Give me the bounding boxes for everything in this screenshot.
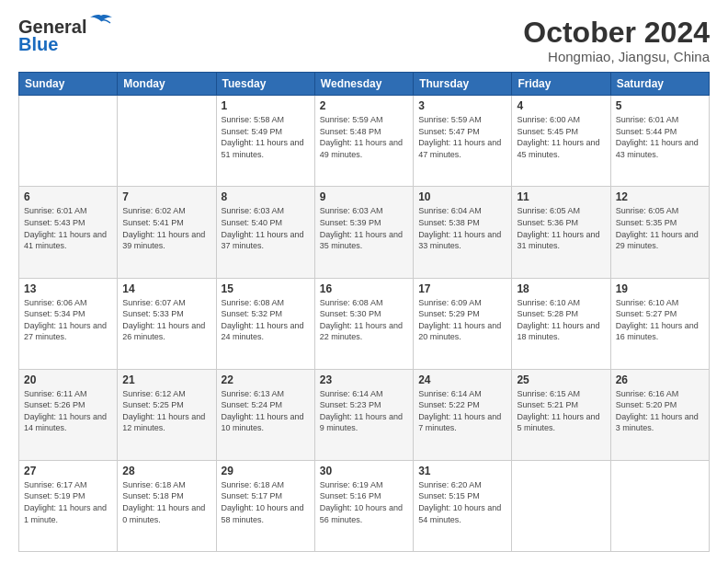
day-info: Sunrise: 6:11 AM Sunset: 5:26 PM Dayligh… — [24, 388, 112, 434]
day-number: 24 — [418, 373, 506, 386]
day-number: 11 — [517, 190, 605, 203]
day-number: 31 — [418, 465, 506, 477]
day-number: 12 — [616, 190, 704, 203]
day-info: Sunrise: 6:07 AM Sunset: 5:33 PM Dayligh… — [122, 297, 210, 343]
day-number: 28 — [122, 465, 210, 477]
header-monday: Monday — [118, 73, 216, 96]
table-row — [610, 460, 709, 551]
day-info: Sunrise: 6:05 AM Sunset: 5:35 PM Dayligh… — [616, 205, 704, 251]
table-row: 1Sunrise: 5:58 AM Sunset: 5:49 PM Daylig… — [216, 96, 314, 187]
table-row: 19Sunrise: 6:10 AM Sunset: 5:27 PM Dayli… — [610, 278, 709, 369]
day-info: Sunrise: 6:14 AM Sunset: 5:23 PM Dayligh… — [320, 388, 408, 434]
table-row: 30Sunrise: 6:19 AM Sunset: 5:16 PM Dayli… — [314, 460, 413, 551]
table-row: 25Sunrise: 6:15 AM Sunset: 5:21 PM Dayli… — [512, 369, 610, 460]
title-block: October 2024 Hongmiao, Jiangsu, China — [523, 17, 710, 64]
table-row: 23Sunrise: 6:14 AM Sunset: 5:23 PM Dayli… — [314, 369, 413, 460]
day-info: Sunrise: 6:00 AM Sunset: 5:45 PM Dayligh… — [517, 114, 605, 160]
day-number: 5 — [616, 99, 704, 112]
table-row: 21Sunrise: 6:12 AM Sunset: 5:25 PM Dayli… — [118, 369, 216, 460]
header-row: Sunday Monday Tuesday Wednesday Thursday… — [19, 73, 710, 96]
table-row: 10Sunrise: 6:04 AM Sunset: 5:38 PM Dayli… — [414, 187, 512, 278]
table-row: 17Sunrise: 6:09 AM Sunset: 5:29 PM Dayli… — [414, 278, 512, 369]
day-number: 20 — [24, 373, 112, 386]
day-info: Sunrise: 6:12 AM Sunset: 5:25 PM Dayligh… — [122, 388, 210, 434]
table-row: 26Sunrise: 6:16 AM Sunset: 5:20 PM Dayli… — [610, 369, 709, 460]
day-number: 3 — [418, 99, 506, 112]
day-number: 26 — [616, 373, 704, 386]
day-info: Sunrise: 6:02 AM Sunset: 5:41 PM Dayligh… — [122, 205, 210, 251]
day-number: 8 — [222, 190, 310, 203]
day-number: 4 — [517, 99, 605, 112]
table-row: 7Sunrise: 6:02 AM Sunset: 5:41 PM Daylig… — [118, 187, 216, 278]
header: General Blue October 2024 Hongmiao, Jian… — [18, 17, 710, 64]
day-info: Sunrise: 6:04 AM Sunset: 5:38 PM Dayligh… — [418, 205, 506, 251]
table-row: 13Sunrise: 6:06 AM Sunset: 5:34 PM Dayli… — [19, 278, 118, 369]
day-info: Sunrise: 6:01 AM Sunset: 5:44 PM Dayligh… — [616, 114, 704, 160]
table-row: 8Sunrise: 6:03 AM Sunset: 5:40 PM Daylig… — [216, 187, 314, 278]
day-number: 29 — [222, 465, 310, 477]
table-row: 28Sunrise: 6:18 AM Sunset: 5:18 PM Dayli… — [118, 460, 216, 551]
logo-blue: Blue — [18, 34, 58, 55]
day-number: 17 — [418, 282, 506, 295]
day-info: Sunrise: 6:13 AM Sunset: 5:24 PM Dayligh… — [222, 388, 310, 434]
day-number: 19 — [616, 282, 704, 295]
table-row: 27Sunrise: 6:17 AM Sunset: 5:19 PM Dayli… — [19, 460, 118, 551]
table-row: 2Sunrise: 5:59 AM Sunset: 5:48 PM Daylig… — [314, 96, 413, 187]
day-info: Sunrise: 6:15 AM Sunset: 5:21 PM Dayligh… — [517, 388, 605, 434]
table-row: 14Sunrise: 6:07 AM Sunset: 5:33 PM Dayli… — [118, 278, 216, 369]
header-tuesday: Tuesday — [216, 73, 314, 96]
day-number: 1 — [222, 99, 310, 112]
table-row: 5Sunrise: 6:01 AM Sunset: 5:44 PM Daylig… — [610, 96, 709, 187]
day-info: Sunrise: 6:08 AM Sunset: 5:32 PM Dayligh… — [222, 297, 310, 343]
table-row: 11Sunrise: 6:05 AM Sunset: 5:36 PM Dayli… — [512, 187, 610, 278]
table-row: 22Sunrise: 6:13 AM Sunset: 5:24 PM Dayli… — [216, 369, 314, 460]
day-number: 22 — [222, 373, 310, 386]
day-info: Sunrise: 6:10 AM Sunset: 5:28 PM Dayligh… — [517, 297, 605, 343]
table-row — [118, 96, 216, 187]
table-row: 18Sunrise: 6:10 AM Sunset: 5:28 PM Dayli… — [512, 278, 610, 369]
table-row: 20Sunrise: 6:11 AM Sunset: 5:26 PM Dayli… — [19, 369, 118, 460]
day-number: 25 — [517, 373, 605, 386]
day-info: Sunrise: 6:08 AM Sunset: 5:30 PM Dayligh… — [320, 297, 408, 343]
day-number: 13 — [24, 282, 112, 295]
table-row: 24Sunrise: 6:14 AM Sunset: 5:22 PM Dayli… — [414, 369, 512, 460]
table-row: 3Sunrise: 5:59 AM Sunset: 5:47 PM Daylig… — [414, 96, 512, 187]
calendar-title: October 2024 — [523, 17, 710, 49]
table-row: 31Sunrise: 6:20 AM Sunset: 5:15 PM Dayli… — [414, 460, 512, 551]
calendar-subtitle: Hongmiao, Jiangsu, China — [523, 49, 710, 64]
day-info: Sunrise: 6:18 AM Sunset: 5:18 PM Dayligh… — [122, 479, 210, 525]
day-info: Sunrise: 6:18 AM Sunset: 5:17 PM Dayligh… — [222, 479, 310, 525]
day-number: 14 — [122, 282, 210, 295]
header-saturday: Saturday — [610, 73, 709, 96]
day-number: 15 — [222, 282, 310, 295]
day-number: 7 — [122, 190, 210, 203]
day-number: 2 — [320, 99, 408, 112]
table-row: 12Sunrise: 6:05 AM Sunset: 5:35 PM Dayli… — [610, 187, 709, 278]
page: General Blue October 2024 Hongmiao, Jian… — [0, 0, 728, 563]
header-friday: Friday — [512, 73, 610, 96]
day-info: Sunrise: 6:19 AM Sunset: 5:16 PM Dayligh… — [320, 479, 408, 525]
table-row: 9Sunrise: 6:03 AM Sunset: 5:39 PM Daylig… — [314, 187, 413, 278]
day-number: 6 — [24, 190, 112, 203]
day-number: 16 — [320, 282, 408, 295]
day-info: Sunrise: 6:06 AM Sunset: 5:34 PM Dayligh… — [24, 297, 112, 343]
day-number: 27 — [24, 465, 112, 477]
day-number: 30 — [320, 465, 408, 477]
table-row: 4Sunrise: 6:00 AM Sunset: 5:45 PM Daylig… — [512, 96, 610, 187]
table-row — [19, 96, 118, 187]
day-info: Sunrise: 6:16 AM Sunset: 5:20 PM Dayligh… — [616, 388, 704, 434]
day-info: Sunrise: 6:03 AM Sunset: 5:40 PM Dayligh… — [222, 205, 310, 251]
table-row: 15Sunrise: 6:08 AM Sunset: 5:32 PM Dayli… — [216, 278, 314, 369]
day-info: Sunrise: 5:59 AM Sunset: 5:48 PM Dayligh… — [320, 114, 408, 160]
header-thursday: Thursday — [414, 73, 512, 96]
day-info: Sunrise: 5:58 AM Sunset: 5:49 PM Dayligh… — [222, 114, 310, 160]
logo-bird-icon — [88, 14, 114, 34]
day-info: Sunrise: 6:09 AM Sunset: 5:29 PM Dayligh… — [418, 297, 506, 343]
day-info: Sunrise: 6:20 AM Sunset: 5:15 PM Dayligh… — [418, 479, 506, 525]
day-info: Sunrise: 6:05 AM Sunset: 5:36 PM Dayligh… — [517, 205, 605, 251]
table-row: 6Sunrise: 6:01 AM Sunset: 5:43 PM Daylig… — [19, 187, 118, 278]
day-number: 9 — [320, 190, 408, 203]
calendar-table: Sunday Monday Tuesday Wednesday Thursday… — [18, 72, 710, 552]
table-row — [512, 460, 610, 551]
day-number: 21 — [122, 373, 210, 386]
